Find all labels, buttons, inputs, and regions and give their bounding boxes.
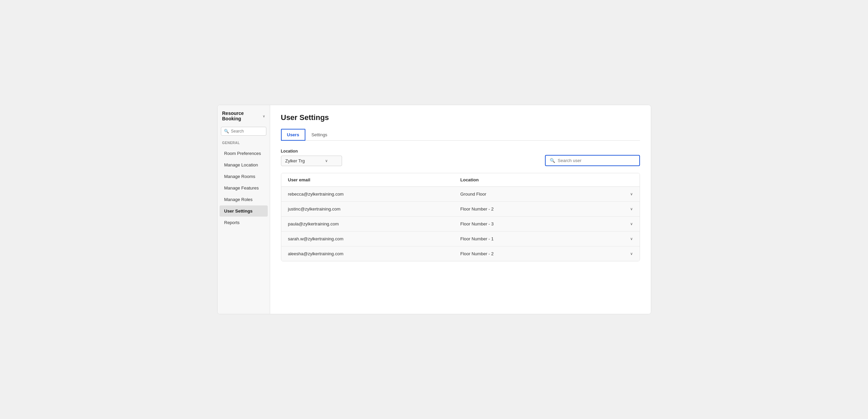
table-cell-location[interactable]: Floor Number - 3∨ — [460, 221, 633, 226]
sidebar-item-manage-rooms[interactable]: Manage Rooms — [220, 171, 268, 182]
sidebar-nav: Room PreferencesManage LocationManage Ro… — [218, 147, 270, 228]
location-select-chevron-icon: ∨ — [325, 159, 328, 163]
tabs-container: UsersSettings — [281, 129, 640, 141]
sidebar-item-room-preferences[interactable]: Room Preferences — [220, 148, 268, 159]
sidebar-search-input[interactable] — [231, 129, 263, 134]
table-cell-location-value: Floor Number - 2 — [460, 206, 494, 212]
location-select-value: Zylker Trg — [285, 158, 305, 163]
table-cell-location-value: Floor Number - 3 — [460, 221, 494, 226]
table-cell-location[interactable]: Floor Number - 2∨ — [460, 251, 633, 256]
sidebar-item-reports[interactable]: Reports — [220, 217, 268, 228]
table-cell-location-value: Ground Floor — [460, 192, 487, 197]
sidebar-search-icon: 🔍 — [224, 129, 229, 134]
table-row: sarah.w@zylkertraining.comFloor Number -… — [281, 232, 640, 246]
filter-left: Location Zylker Trg ∨ — [281, 149, 342, 166]
table-cell-email: aleesha@zylkertraining.com — [288, 251, 460, 256]
table-cell-email: paula@zylkertraining.com — [288, 221, 460, 226]
table-cell-location-value: Floor Number - 1 — [460, 236, 494, 241]
tab-settings[interactable]: Settings — [305, 129, 334, 141]
table-header-location: Location — [460, 177, 633, 182]
table-cell-location-chevron-icon: ∨ — [630, 237, 633, 241]
table-header-email: User email — [288, 177, 460, 182]
app-title: Resource Booking — [222, 111, 261, 121]
table-cell-location-chevron-icon: ∨ — [630, 222, 633, 226]
sidebar-item-manage-features[interactable]: Manage Features — [220, 182, 268, 194]
app-container: Resource Booking ∨ 🔍 GENERAL Room Prefer… — [217, 105, 651, 314]
table-row: paula@zylkertraining.comFloor Number - 3… — [281, 217, 640, 232]
table-cell-location[interactable]: Ground Floor∨ — [460, 192, 633, 197]
table-cell-email: sarah.w@zylkertraining.com — [288, 236, 460, 241]
main-content: User Settings UsersSettings Location Zyl… — [270, 105, 651, 314]
sidebar: Resource Booking ∨ 🔍 GENERAL Room Prefer… — [218, 105, 270, 314]
tab-users[interactable]: Users — [281, 129, 305, 141]
sidebar-item-manage-roles[interactable]: Manage Roles — [220, 194, 268, 205]
table-body: rebecca@zylkertraining.comGround Floor∨j… — [281, 187, 640, 261]
table-cell-location-chevron-icon: ∨ — [630, 192, 633, 196]
search-user-icon: 🔍 — [550, 158, 555, 163]
search-user-input[interactable] — [558, 158, 635, 163]
table-cell-location-value: Floor Number - 2 — [460, 251, 494, 256]
sidebar-section-label: GENERAL — [218, 141, 270, 147]
user-table: User email Location rebecca@zylkertraini… — [281, 173, 640, 261]
table-cell-email: rebecca@zylkertraining.com — [288, 192, 460, 197]
table-cell-location-chevron-icon: ∨ — [630, 252, 633, 256]
table-cell-location-chevron-icon: ∨ — [630, 207, 633, 211]
table-row: justinc@zylkertraining.comFloor Number -… — [281, 202, 640, 217]
table-row: rebecca@zylkertraining.comGround Floor∨ — [281, 187, 640, 202]
page-title: User Settings — [281, 113, 640, 122]
sidebar-item-user-settings[interactable]: User Settings — [220, 205, 268, 217]
search-user-box[interactable]: 🔍 — [545, 155, 640, 166]
table-row: aleesha@zylkertraining.comFloor Number -… — [281, 246, 640, 261]
filter-row: Location Zylker Trg ∨ 🔍 — [281, 149, 640, 166]
table-cell-location[interactable]: Floor Number - 1∨ — [460, 236, 633, 241]
table-header-row: User email Location — [281, 173, 640, 187]
sidebar-item-manage-location[interactable]: Manage Location — [220, 159, 268, 171]
app-title-chevron-icon: ∨ — [263, 114, 265, 118]
location-filter-label: Location — [281, 149, 342, 154]
sidebar-search-box[interactable]: 🔍 — [221, 127, 266, 136]
table-cell-email: justinc@zylkertraining.com — [288, 206, 460, 212]
table-cell-location[interactable]: Floor Number - 2∨ — [460, 206, 633, 212]
app-title-button[interactable]: Resource Booking ∨ — [218, 111, 270, 127]
location-select[interactable]: Zylker Trg ∨ — [281, 156, 342, 166]
